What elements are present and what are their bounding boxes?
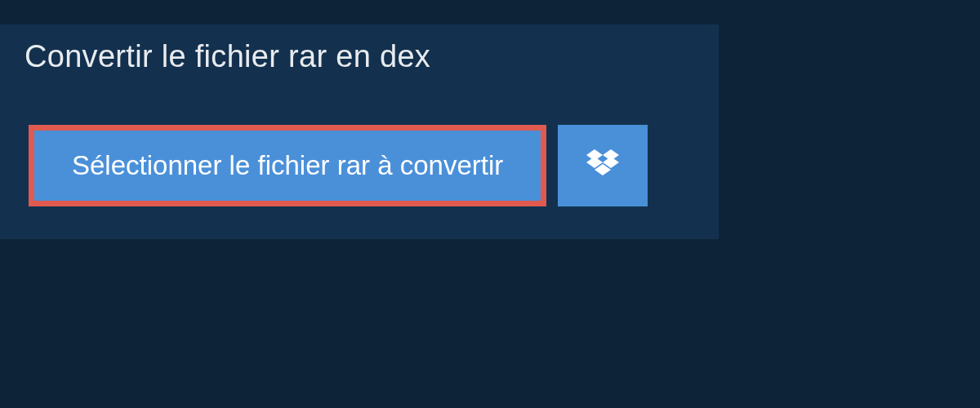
select-file-button-label: Sélectionner le fichier rar à convertir: [72, 150, 503, 181]
dropbox-button[interactable]: [558, 125, 648, 206]
select-file-button[interactable]: Sélectionner le fichier rar à convertir: [29, 125, 546, 206]
dropbox-icon: [586, 149, 619, 182]
action-button-row: Sélectionner le fichier rar à convertir: [29, 125, 719, 206]
title-tab: Convertir le fichier rar en dex: [0, 24, 455, 92]
page-title: Convertir le fichier rar en dex: [24, 39, 430, 74]
converter-panel: Convertir le fichier rar en dex Sélectio…: [0, 24, 719, 239]
